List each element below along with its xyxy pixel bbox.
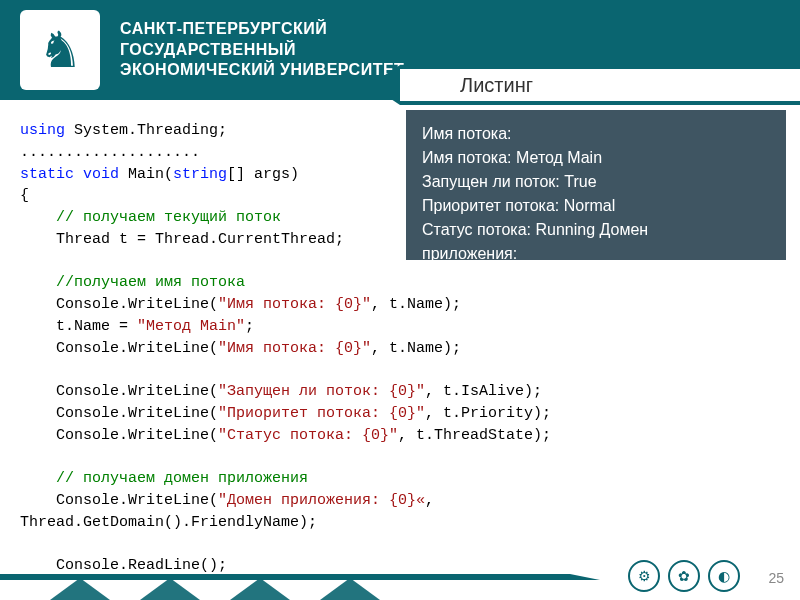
code-text: , t.Name); <box>371 296 461 313</box>
code-text: [] args) <box>227 166 299 183</box>
slide-footer: ⚙ ✿ ◐ 25 <box>0 550 800 600</box>
kw-string: string <box>173 166 227 183</box>
output-line: Имя потока: Метод Main <box>422 146 770 170</box>
code-text: ; <box>245 318 254 335</box>
code-text: Console.WriteLine( <box>20 383 218 400</box>
kw-using: using <box>20 122 65 139</box>
chevron-icon <box>140 578 200 600</box>
chevron-icon <box>230 578 290 600</box>
code-text: Console.WriteLine( <box>20 427 218 444</box>
uni-line1: САНКТ-ПЕТЕРБУРГСКИЙ <box>120 19 404 40</box>
kw-static: static <box>20 166 74 183</box>
lion-icon: ♞ <box>38 21 83 79</box>
code-text: System.Threading; <box>65 122 227 139</box>
output-line: Приоритет потока: Normal <box>422 194 770 218</box>
code-text: Thread t = Thread.CurrentThread; <box>20 231 344 248</box>
kw-void: void <box>74 166 119 183</box>
code-text: Console.WriteLine( <box>20 492 218 509</box>
chevron-icon <box>50 578 110 600</box>
output-line: приложения: <box>422 242 770 260</box>
code-text: , t.ThreadState); <box>398 427 551 444</box>
code-text: t.Name = <box>20 318 137 335</box>
code-text: , t.Priority); <box>425 405 551 422</box>
console-output-box: Имя потока: Имя потока: Метод Main Запущ… <box>406 110 786 260</box>
uni-line2: ГОСУДАРСТВЕННЫЙ <box>120 40 404 61</box>
slide-title-ribbon: Листинг <box>400 65 800 105</box>
code-text: Main( <box>119 166 173 183</box>
code-text: Console.WriteLine( <box>20 340 218 357</box>
uni-line3: ЭКОНОМИЧЕСКИЙ УНИВЕРСИТЕТ <box>120 60 404 81</box>
code-comment: // получаем текущий поток <box>20 209 281 226</box>
page-number: 25 <box>768 570 784 586</box>
code-text: , t.Name); <box>371 340 461 357</box>
code-text: , t.IsAlive); <box>425 383 542 400</box>
code-comment: // получаем домен приложения <box>20 470 308 487</box>
slide-title: Листинг <box>460 74 533 97</box>
code-string: "Запущен ли поток: {0}" <box>218 383 425 400</box>
code-string: "Приоритет потока: {0}" <box>218 405 425 422</box>
chevron-icon <box>320 578 380 600</box>
code-string: "Имя потока: {0}" <box>218 296 371 313</box>
footer-logo-icon: ✿ <box>668 560 700 592</box>
code-text: .................... <box>20 144 200 161</box>
output-line: Имя потока: <box>422 122 770 146</box>
footer-chevrons <box>50 578 380 600</box>
code-text: Console.WriteLine( <box>20 405 218 422</box>
code-string: "Статус потока: {0}" <box>218 427 398 444</box>
footer-logo-icon: ⚙ <box>628 560 660 592</box>
university-logo: ♞ <box>20 10 100 90</box>
code-string: "Имя потока: {0}" <box>218 340 371 357</box>
code-comment: //получаем имя потока <box>20 274 245 291</box>
footer-logo-icon: ◐ <box>708 560 740 592</box>
code-string: "Домен приложения: {0}« <box>218 492 425 509</box>
footer-logos: ⚙ ✿ ◐ <box>628 560 740 592</box>
output-line: Статус потока: Running Домен <box>422 218 770 242</box>
code-string: "Метод Main" <box>137 318 245 335</box>
code-text: Console.WriteLine( <box>20 296 218 313</box>
output-line: Запущен ли поток: True <box>422 170 770 194</box>
university-name: САНКТ-ПЕТЕРБУРГСКИЙ ГОСУДАРСТВЕННЫЙ ЭКОН… <box>120 19 404 81</box>
code-text: Thread.GetDomain().FriendlyName); <box>20 514 317 531</box>
code-text: , <box>425 492 434 509</box>
code-text: { <box>20 187 29 204</box>
